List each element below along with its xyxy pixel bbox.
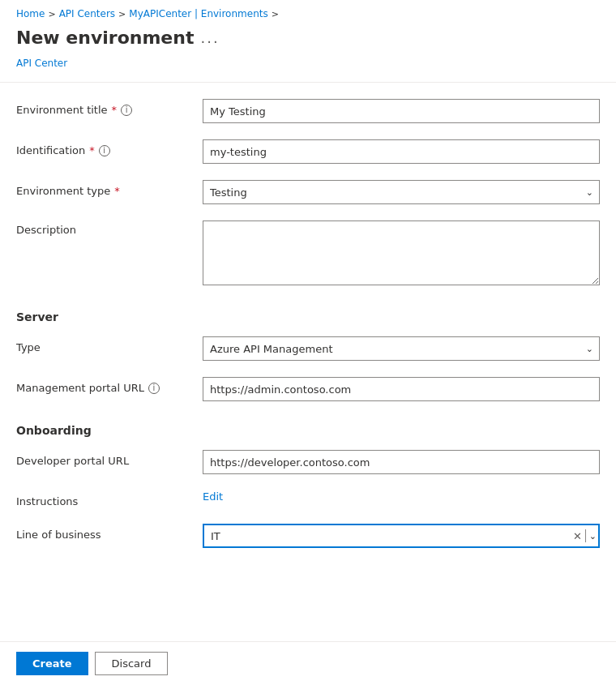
breadcrumb-sep-2: > xyxy=(118,9,126,19)
server-type-select-wrapper: Azure API Management AWS API Gateway Oth… xyxy=(203,336,600,361)
required-marker: * xyxy=(112,104,118,116)
developer-portal-url-label: Developer portal URL xyxy=(16,450,203,467)
discard-button[interactable]: Discard xyxy=(95,652,169,675)
instructions-row: Instructions Edit xyxy=(16,490,600,507)
onboarding-section-title: Onboarding xyxy=(16,417,600,450)
description-input[interactable] xyxy=(203,220,600,285)
environment-type-select-wrapper: Development Testing Staging Production ⌄ xyxy=(203,180,600,204)
server-section-title: Server xyxy=(16,304,600,336)
developer-portal-url-row: Developer portal URL xyxy=(16,450,600,474)
identification-input[interactable] xyxy=(203,139,600,164)
server-type-control: Azure API Management AWS API Gateway Oth… xyxy=(203,336,600,361)
instructions-control: Edit xyxy=(203,490,600,503)
form-container: Environment title * i Identification * i… xyxy=(0,83,616,580)
lob-row: Line of business ✕ ⌄ xyxy=(16,524,600,548)
developer-portal-url-input[interactable] xyxy=(203,450,600,474)
bottom-bar: Create Discard xyxy=(0,641,616,685)
environment-title-info-icon[interactable]: i xyxy=(121,105,132,116)
lob-divider xyxy=(585,529,586,542)
breadcrumb: Home > API Centers > MyAPICenter | Envir… xyxy=(0,0,616,24)
description-label: Description xyxy=(16,220,203,236)
breadcrumb-sep-1: > xyxy=(48,9,55,19)
instructions-edit-link[interactable]: Edit xyxy=(203,490,223,503)
management-url-input[interactable] xyxy=(203,377,600,401)
page-subtitle: API Center xyxy=(0,58,616,82)
create-button[interactable]: Create xyxy=(16,652,88,675)
developer-portal-url-control xyxy=(203,450,600,474)
required-marker-3: * xyxy=(114,185,120,197)
description-control xyxy=(203,220,600,288)
management-url-info-icon[interactable]: i xyxy=(148,383,160,394)
identification-control xyxy=(203,139,600,164)
environment-title-control xyxy=(203,99,600,123)
lob-label: Line of business xyxy=(16,524,203,541)
server-type-select[interactable]: Azure API Management AWS API Gateway Oth… xyxy=(203,336,600,361)
breadcrumb-sep-3: > xyxy=(272,9,279,19)
server-type-row: Type Azure API Management AWS API Gatewa… xyxy=(16,336,600,361)
lob-icons: ✕ ⌄ xyxy=(573,529,597,542)
management-url-row: Management portal URL i xyxy=(16,377,600,401)
lob-clear-icon[interactable]: ✕ xyxy=(573,531,582,542)
page-title: New environment xyxy=(16,28,194,48)
instructions-label: Instructions xyxy=(16,490,203,507)
environment-type-row: Environment type * Development Testing S… xyxy=(16,180,600,204)
environment-title-row: Environment title * i xyxy=(16,99,600,123)
management-url-control xyxy=(203,377,600,401)
more-options-icon[interactable]: ... xyxy=(200,29,219,46)
management-url-label: Management portal URL i xyxy=(16,377,203,394)
environment-type-label: Environment type * xyxy=(16,180,203,197)
breadcrumb-api-centers[interactable]: API Centers xyxy=(59,8,115,19)
required-marker-2: * xyxy=(89,144,95,156)
lob-wrapper: ✕ ⌄ xyxy=(203,524,600,548)
environment-type-select[interactable]: Development Testing Staging Production xyxy=(203,180,600,204)
description-row: Description xyxy=(16,220,600,288)
environment-title-input[interactable] xyxy=(203,99,600,123)
breadcrumb-environments[interactable]: MyAPICenter | Environments xyxy=(129,8,267,19)
lob-input[interactable] xyxy=(203,524,600,548)
breadcrumb-home[interactable]: Home xyxy=(16,8,45,19)
identification-row: Identification * i xyxy=(16,139,600,164)
server-type-label: Type xyxy=(16,336,203,353)
environment-type-control: Development Testing Staging Production ⌄ xyxy=(203,180,600,204)
page-header: New environment ... xyxy=(0,24,616,58)
lob-chevron-icon[interactable]: ⌄ xyxy=(589,531,597,542)
lob-control: ✕ ⌄ xyxy=(203,524,600,548)
environment-title-label: Environment title * i xyxy=(16,99,203,116)
identification-label: Identification * i xyxy=(16,139,203,156)
identification-info-icon[interactable]: i xyxy=(99,145,110,156)
